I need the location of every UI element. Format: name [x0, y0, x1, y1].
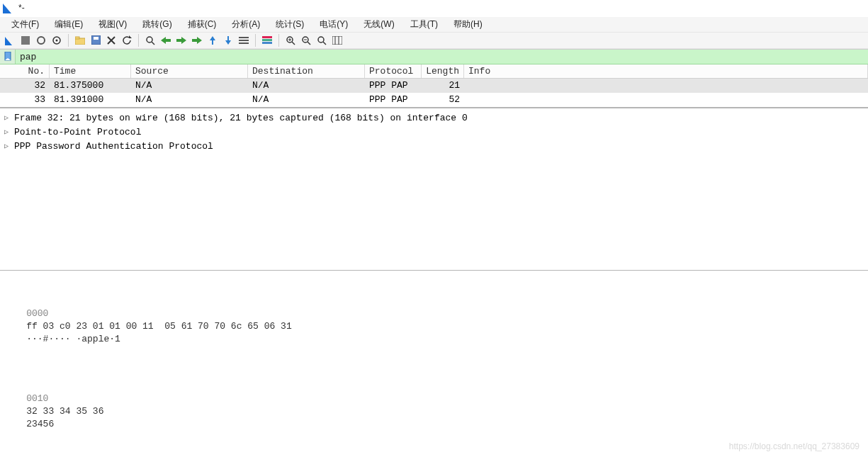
detail-pap[interactable]: ▷PPP Password Authentication Protocol: [1, 140, 867, 154]
cell-info: Authenticate-Request (Peer-ID='apple', P…: [464, 79, 868, 93]
svg-point-13: [147, 37, 152, 43]
cell-destination: N/A: [248, 93, 365, 107]
zoom-out-icon[interactable]: [299, 33, 313, 47]
start-capture-icon[interactable]: [3, 33, 17, 47]
svg-rect-8: [91, 35, 101, 45]
menu-wireless[interactable]: 无线(W): [356, 17, 401, 32]
packet-bytes-pane[interactable]: 0000 ff 03 c0 23 01 01 00 11 05 61 70 70…: [0, 270, 868, 457]
menu-view[interactable]: 视图(V): [91, 17, 134, 32]
resize-columns-icon[interactable]: [330, 33, 344, 47]
svg-marker-17: [192, 37, 202, 44]
window-title: *-: [18, 3, 25, 13]
display-filter-input[interactable]: [16, 50, 868, 64]
svg-marker-1: [5, 37, 12, 45]
filter-bookmark-icon[interactable]: [0, 50, 16, 64]
autoscroll-icon[interactable]: [237, 33, 251, 47]
menu-analyze[interactable]: 分析(A): [225, 17, 267, 32]
packet-row[interactable]: 32 81.375000 N/A N/A PPP PAP 21 Authenti…: [0, 79, 868, 93]
detail-text: Frame 32: 21 bytes on wire (168 bits), 2…: [14, 112, 468, 125]
menu-stats[interactable]: 统计(S): [269, 17, 311, 32]
go-to-packet-icon[interactable]: [190, 33, 204, 47]
close-file-icon[interactable]: [104, 33, 118, 47]
detail-ppp[interactable]: ▷Point-to-Point Protocol: [1, 125, 867, 140]
detail-frame[interactable]: ▷Frame 32: 21 bytes on wire (168 bits), …: [1, 111, 867, 125]
menu-file[interactable]: 文件(F): [4, 17, 46, 32]
toolbar-separator: [68, 34, 69, 47]
details-empty: [1, 154, 867, 267]
toolbar: [0, 33, 868, 50]
menu-capture[interactable]: 捕获(C): [181, 17, 224, 32]
detail-text: Point-to-Point Protocol: [14, 126, 141, 139]
title-bar: *-: [0, 0, 868, 17]
open-file-icon[interactable]: [73, 33, 87, 47]
cell-time: 81.391000: [50, 93, 131, 107]
cell-info: Authenticate-Ack (Message='Welcome to us…: [464, 93, 868, 107]
menu-bar: 文件(F) 编辑(E) 视图(V) 跳转(G) 捕获(C) 分析(A) 统计(S…: [0, 17, 868, 33]
menu-help[interactable]: 帮助(H): [446, 17, 490, 32]
bytes-offset: 0010: [26, 393, 57, 405]
go-back-icon[interactable]: [159, 33, 173, 47]
cell-length: 21: [422, 79, 464, 93]
menu-telephony[interactable]: 电话(Y): [312, 17, 355, 32]
cell-length: 52: [422, 93, 464, 107]
column-protocol[interactable]: Protocol: [365, 64, 422, 78]
go-last-icon[interactable]: [221, 33, 235, 47]
cell-source: N/A: [131, 93, 248, 107]
svg-line-34: [323, 42, 326, 45]
svg-rect-2: [21, 36, 30, 45]
detail-text: PPP Password Authentication Protocol: [14, 140, 213, 153]
cell-destination: N/A: [248, 79, 365, 93]
svg-marker-0: [3, 4, 11, 13]
bytes-row: 0000 ff 03 c0 23 01 01 00 11 05 61 70 70…: [4, 295, 864, 359]
bytes-hex: 32 33 34 35 36: [26, 405, 310, 418]
packet-list-pane: No. Time Source Destination Protocol Len…: [0, 64, 868, 108]
zoom-in-icon[interactable]: [283, 33, 298, 47]
go-first-icon[interactable]: [205, 33, 220, 47]
bytes-row: 0010 32 33 34 35 36 23456: [4, 380, 864, 444]
cell-protocol: PPP PAP: [365, 79, 422, 93]
column-destination[interactable]: Destination: [248, 64, 365, 78]
svg-point-5: [56, 39, 58, 41]
column-source[interactable]: Source: [131, 64, 248, 78]
column-length[interactable]: Length: [422, 64, 464, 78]
packet-row[interactable]: 33 81.391000 N/A N/A PPP PAP 52 Authenti…: [0, 93, 868, 107]
menu-go[interactable]: 跳转(G): [135, 17, 179, 32]
display-filter-bar: [0, 49, 868, 64]
chevron-right-icon: ▷: [4, 140, 11, 153]
reload-icon[interactable]: [120, 33, 134, 47]
packet-details-pane: ▷Frame 32: 21 bytes on wire (168 bits), …: [0, 108, 868, 270]
column-info[interactable]: Info: [464, 64, 868, 78]
toolbar-separator: [278, 34, 279, 47]
cell-protocol: PPP PAP: [365, 93, 422, 107]
svg-line-29: [292, 42, 295, 45]
bytes-ascii: ···#···· ·apple·1: [26, 333, 120, 346]
save-file-icon[interactable]: [89, 33, 103, 47]
svg-rect-9: [94, 37, 98, 40]
chevron-right-icon: ▷: [4, 112, 11, 125]
svg-rect-35: [332, 36, 342, 45]
svg-rect-21: [239, 40, 249, 41]
svg-point-3: [38, 37, 45, 44]
column-time[interactable]: Time: [50, 64, 131, 78]
go-forward-icon[interactable]: [174, 33, 188, 47]
svg-rect-25: [262, 42, 272, 44]
colorize-icon[interactable]: [260, 33, 274, 47]
packet-list-header[interactable]: No. Time Source Destination Protocol Len…: [0, 64, 868, 79]
capture-options-icon[interactable]: [50, 33, 64, 47]
app-icon: [3, 2, 14, 13]
toolbar-separator: [138, 34, 139, 47]
menu-edit[interactable]: 编辑(E): [47, 17, 90, 32]
menu-tools[interactable]: 工具(T): [403, 17, 445, 32]
bytes-hex: ff 03 c0 23 01 01 00 11 05 61 70 70 6c 6…: [26, 320, 310, 333]
svg-rect-23: [262, 36, 272, 38]
restart-capture-icon[interactable]: [34, 33, 48, 47]
column-no[interactable]: No.: [0, 64, 50, 78]
find-packet-icon[interactable]: [143, 33, 157, 47]
chevron-right-icon: ▷: [4, 126, 11, 139]
zoom-reset-icon[interactable]: [315, 33, 329, 47]
toolbar-separator: [255, 34, 256, 47]
bytes-ascii: 23456: [26, 418, 54, 431]
stop-capture-icon[interactable]: [18, 33, 33, 47]
svg-rect-20: [239, 37, 249, 38]
svg-marker-15: [161, 37, 171, 44]
